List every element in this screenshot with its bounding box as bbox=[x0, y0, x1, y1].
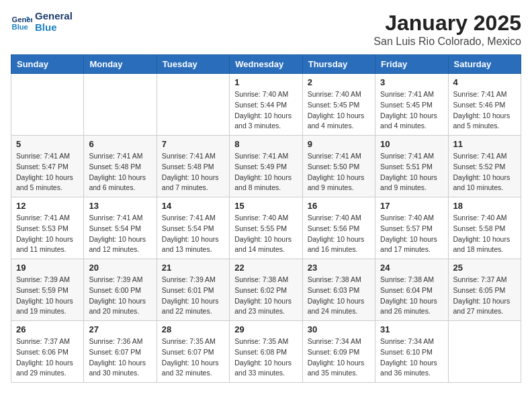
calendar-day-cell: 9Sunrise: 7:41 AMSunset: 5:50 PMDaylight… bbox=[302, 136, 375, 197]
day-info: Sunrise: 7:41 AMSunset: 5:54 PMDaylight:… bbox=[162, 213, 224, 255]
day-number: 11 bbox=[453, 139, 516, 149]
day-number: 31 bbox=[380, 324, 443, 334]
calendar-day-cell: 11Sunrise: 7:41 AMSunset: 5:52 PMDayligh… bbox=[448, 136, 521, 197]
weekday-header-cell: Sunday bbox=[11, 55, 84, 74]
day-info: Sunrise: 7:41 AMSunset: 5:54 PMDaylight:… bbox=[89, 213, 151, 255]
day-number: 3 bbox=[380, 77, 443, 87]
day-number: 4 bbox=[453, 77, 516, 87]
day-number: 30 bbox=[308, 324, 370, 334]
day-info: Sunrise: 7:35 AMSunset: 6:08 PMDaylight:… bbox=[234, 336, 297, 379]
calendar-day-cell: 12Sunrise: 7:41 AMSunset: 5:53 PMDayligh… bbox=[11, 197, 84, 259]
calendar-day-cell: 27Sunrise: 7:36 AMSunset: 6:07 PMDayligh… bbox=[84, 321, 157, 383]
day-number: 14 bbox=[162, 201, 224, 211]
calendar-day-cell: 2Sunrise: 7:40 AMSunset: 5:45 PMDaylight… bbox=[302, 74, 375, 136]
day-info: Sunrise: 7:38 AMSunset: 6:02 PMDaylight:… bbox=[234, 275, 297, 317]
weekday-header-cell: Wednesday bbox=[230, 55, 302, 74]
day-number: 21 bbox=[162, 263, 224, 273]
day-number: 5 bbox=[16, 139, 79, 149]
day-number: 22 bbox=[234, 263, 297, 273]
day-info: Sunrise: 7:39 AMSunset: 6:00 PMDaylight:… bbox=[89, 275, 151, 317]
calendar-day-cell: 17Sunrise: 7:40 AMSunset: 5:57 PMDayligh… bbox=[375, 197, 448, 259]
day-number: 12 bbox=[16, 201, 79, 211]
day-info: Sunrise: 7:41 AMSunset: 5:51 PMDaylight:… bbox=[380, 151, 443, 193]
day-info: Sunrise: 7:39 AMSunset: 6:01 PMDaylight:… bbox=[162, 275, 224, 317]
calendar-day-cell: 28Sunrise: 7:35 AMSunset: 6:07 PMDayligh… bbox=[157, 321, 229, 383]
day-number: 28 bbox=[162, 324, 224, 334]
day-number: 2 bbox=[308, 77, 370, 87]
logo: General Blue General Blue bbox=[11, 11, 73, 33]
day-number: 24 bbox=[380, 263, 443, 273]
calendar-day-cell: 3Sunrise: 7:41 AMSunset: 5:45 PMDaylight… bbox=[375, 74, 448, 136]
day-info: Sunrise: 7:40 AMSunset: 5:56 PMDaylight:… bbox=[308, 213, 370, 255]
calendar-day-cell: 22Sunrise: 7:38 AMSunset: 6:02 PMDayligh… bbox=[230, 259, 302, 321]
weekday-header-cell: Friday bbox=[375, 55, 448, 74]
svg-text:Blue: Blue bbox=[12, 23, 28, 31]
day-info: Sunrise: 7:40 AMSunset: 5:45 PMDaylight:… bbox=[308, 89, 370, 132]
day-number: 29 bbox=[234, 324, 297, 334]
day-number: 26 bbox=[16, 324, 79, 334]
day-number: 23 bbox=[308, 263, 370, 273]
logo-text-line1: General bbox=[35, 11, 73, 22]
day-info: Sunrise: 7:36 AMSunset: 6:07 PMDaylight:… bbox=[89, 336, 151, 379]
day-info: Sunrise: 7:40 AMSunset: 5:57 PMDaylight:… bbox=[380, 213, 443, 255]
day-number: 6 bbox=[89, 139, 151, 149]
day-info: Sunrise: 7:41 AMSunset: 5:46 PMDaylight:… bbox=[453, 89, 516, 132]
calendar-day-cell: 6Sunrise: 7:41 AMSunset: 5:48 PMDaylight… bbox=[84, 136, 157, 197]
day-info: Sunrise: 7:41 AMSunset: 5:50 PMDaylight:… bbox=[308, 151, 370, 193]
day-number: 15 bbox=[234, 201, 297, 211]
calendar-day-cell: 16Sunrise: 7:40 AMSunset: 5:56 PMDayligh… bbox=[302, 197, 375, 259]
title-area: January 2025 San Luis Rio Colorado, Mexi… bbox=[373, 11, 521, 48]
calendar-day-cell: 18Sunrise: 7:40 AMSunset: 5:58 PMDayligh… bbox=[448, 197, 521, 259]
calendar-day-cell bbox=[448, 321, 521, 383]
day-number: 16 bbox=[308, 201, 370, 211]
calendar-day-cell: 8Sunrise: 7:41 AMSunset: 5:49 PMDaylight… bbox=[230, 136, 302, 197]
day-number: 13 bbox=[89, 201, 151, 211]
calendar-day-cell: 26Sunrise: 7:37 AMSunset: 6:06 PMDayligh… bbox=[11, 321, 84, 383]
day-info: Sunrise: 7:34 AMSunset: 6:10 PMDaylight:… bbox=[380, 336, 443, 379]
calendar-week-row: 19Sunrise: 7:39 AMSunset: 5:59 PMDayligh… bbox=[11, 259, 521, 321]
calendar-day-cell: 21Sunrise: 7:39 AMSunset: 6:01 PMDayligh… bbox=[157, 259, 229, 321]
day-number: 17 bbox=[380, 201, 443, 211]
day-number: 27 bbox=[89, 324, 151, 334]
weekday-header-row: SundayMondayTuesdayWednesdayThursdayFrid… bbox=[11, 55, 521, 74]
day-number: 25 bbox=[453, 263, 516, 273]
calendar-table: SundayMondayTuesdayWednesdayThursdayFrid… bbox=[11, 54, 521, 383]
calendar-day-cell: 19Sunrise: 7:39 AMSunset: 5:59 PMDayligh… bbox=[11, 259, 84, 321]
calendar-day-cell: 4Sunrise: 7:41 AMSunset: 5:46 PMDaylight… bbox=[448, 74, 521, 136]
calendar-day-cell: 14Sunrise: 7:41 AMSunset: 5:54 PMDayligh… bbox=[157, 197, 229, 259]
day-number: 7 bbox=[162, 139, 224, 149]
day-number: 10 bbox=[380, 139, 443, 149]
calendar-day-cell: 29Sunrise: 7:35 AMSunset: 6:08 PMDayligh… bbox=[230, 321, 302, 383]
calendar-day-cell: 24Sunrise: 7:38 AMSunset: 6:04 PMDayligh… bbox=[375, 259, 448, 321]
weekday-header-cell: Saturday bbox=[448, 55, 521, 74]
calendar-day-cell: 31Sunrise: 7:34 AMSunset: 6:10 PMDayligh… bbox=[375, 321, 448, 383]
weekday-header-cell: Thursday bbox=[302, 55, 375, 74]
calendar-day-cell: 20Sunrise: 7:39 AMSunset: 6:00 PMDayligh… bbox=[84, 259, 157, 321]
calendar-day-cell: 23Sunrise: 7:38 AMSunset: 6:03 PMDayligh… bbox=[302, 259, 375, 321]
day-info: Sunrise: 7:37 AMSunset: 6:05 PMDaylight:… bbox=[453, 275, 516, 317]
day-info: Sunrise: 7:41 AMSunset: 5:48 PMDaylight:… bbox=[162, 151, 224, 193]
calendar-week-row: 5Sunrise: 7:41 AMSunset: 5:47 PMDaylight… bbox=[11, 136, 521, 197]
day-info: Sunrise: 7:41 AMSunset: 5:45 PMDaylight:… bbox=[380, 89, 443, 132]
day-info: Sunrise: 7:40 AMSunset: 5:55 PMDaylight:… bbox=[234, 213, 297, 255]
day-number: 8 bbox=[234, 139, 297, 149]
logo-text-line2: Blue bbox=[35, 22, 73, 34]
calendar-week-row: 1Sunrise: 7:40 AMSunset: 5:44 PMDaylight… bbox=[11, 74, 521, 136]
calendar-day-cell bbox=[11, 74, 84, 136]
calendar-day-cell: 10Sunrise: 7:41 AMSunset: 5:51 PMDayligh… bbox=[375, 136, 448, 197]
day-info: Sunrise: 7:40 AMSunset: 5:44 PMDaylight:… bbox=[234, 89, 297, 132]
day-number: 19 bbox=[16, 263, 79, 273]
weekday-header-cell: Tuesday bbox=[157, 55, 229, 74]
page-subtitle: San Luis Rio Colorado, Mexico bbox=[373, 36, 521, 48]
calendar-day-cell: 7Sunrise: 7:41 AMSunset: 5:48 PMDaylight… bbox=[157, 136, 229, 197]
day-info: Sunrise: 7:41 AMSunset: 5:48 PMDaylight:… bbox=[89, 151, 151, 193]
day-info: Sunrise: 7:41 AMSunset: 5:49 PMDaylight:… bbox=[234, 151, 297, 193]
day-info: Sunrise: 7:40 AMSunset: 5:58 PMDaylight:… bbox=[453, 213, 516, 255]
calendar-day-cell: 5Sunrise: 7:41 AMSunset: 5:47 PMDaylight… bbox=[11, 136, 84, 197]
calendar-day-cell bbox=[84, 74, 157, 136]
day-info: Sunrise: 7:41 AMSunset: 5:47 PMDaylight:… bbox=[16, 151, 79, 193]
calendar-day-cell bbox=[157, 74, 229, 136]
logo-icon: General Blue bbox=[11, 11, 32, 33]
day-info: Sunrise: 7:35 AMSunset: 6:07 PMDaylight:… bbox=[162, 336, 224, 379]
day-info: Sunrise: 7:37 AMSunset: 6:06 PMDaylight:… bbox=[16, 336, 79, 379]
